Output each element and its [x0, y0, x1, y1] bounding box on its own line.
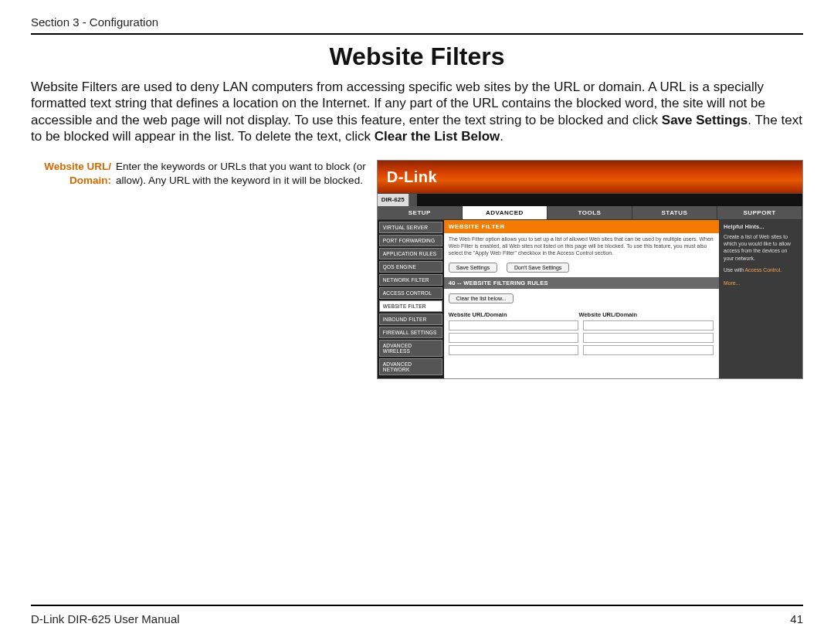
- hints-more-link[interactable]: More...: [724, 280, 798, 286]
- url-input-1a[interactable]: [449, 320, 579, 330]
- tab-tools[interactable]: TOOLS: [548, 206, 632, 220]
- url-input-3b[interactable]: [583, 345, 714, 355]
- col-header-2: Website URL/Domain: [578, 311, 709, 318]
- url-input-2a[interactable]: [449, 333, 579, 343]
- nav-tabs: SETUP ADVANCED TOOLS STATUS SUPPORT: [378, 206, 802, 220]
- filter-row: [449, 320, 714, 330]
- brand-logo: D-Link: [387, 168, 437, 186]
- model-spacer: [409, 194, 417, 206]
- description-column: Website URL/ Domain: Enter the keywords …: [31, 160, 366, 379]
- side-advanced-network[interactable]: ADVANCED NETWORK: [379, 358, 442, 375]
- side-firewall-settings[interactable]: FIREWALL SETTINGS: [379, 327, 442, 338]
- hints-panel: Helpful Hints... Create a list of Web si…: [719, 220, 802, 378]
- page-footer: D-Link DIR-625 User Manual 41: [31, 605, 803, 625]
- tab-support[interactable]: SUPPORT: [717, 206, 802, 220]
- side-menu: VIRTUAL SERVER PORT FORWARDING APPLICATI…: [378, 220, 444, 378]
- rules-subheader: 40 -- WEBSITE FILTERING RULES: [444, 277, 719, 289]
- tab-setup[interactable]: SETUP: [378, 206, 463, 220]
- desc-label: Website URL/ Domain:: [31, 160, 116, 187]
- intro-text-1: Website Filters are used to deny LAN com…: [31, 80, 765, 127]
- intro-text-3: .: [500, 129, 503, 144]
- tab-advanced[interactable]: ADVANCED: [463, 206, 548, 220]
- save-settings-button[interactable]: Save Settings: [449, 263, 497, 273]
- col-header-1: Website URL/Domain: [449, 311, 579, 318]
- intro-bold-1: Save Settings: [662, 113, 748, 127]
- hints-title: Helpful Hints...: [724, 223, 798, 231]
- hints-text: Create a list of Web sites to which you …: [724, 233, 798, 262]
- side-advanced-wireless[interactable]: ADVANCED WIRELESS: [379, 340, 442, 357]
- hints-access-control-link[interactable]: Access Control: [745, 267, 781, 273]
- router-banner: D-Link: [378, 161, 802, 193]
- hints-usewith: Use with: [724, 267, 745, 273]
- dont-save-button[interactable]: Don't Save Settings: [507, 263, 569, 273]
- side-network-filter[interactable]: NETWORK FILTER: [379, 274, 442, 286]
- footer-page-number: 41: [790, 612, 803, 625]
- url-input-2b[interactable]: [583, 333, 714, 343]
- clear-list-button[interactable]: Clear the list below...: [449, 293, 514, 303]
- side-access-control[interactable]: ACCESS CONTROL: [379, 287, 442, 299]
- tab-status[interactable]: STATUS: [632, 206, 717, 220]
- page-title: Website Filters: [31, 42, 803, 71]
- grid-header-row: Website URL/Domain Website URL/Domain: [449, 311, 714, 318]
- side-qos-engine[interactable]: QOS ENGINE: [379, 261, 442, 273]
- filter-row: [449, 333, 714, 343]
- side-virtual-server[interactable]: VIRTUAL SERVER: [379, 222, 442, 233]
- period: .: [780, 267, 781, 273]
- section-header: Section 3 - Configuration: [31, 15, 803, 35]
- side-website-filter[interactable]: WEBSITE FILTER: [379, 300, 442, 312]
- url-input-3a[interactable]: [449, 345, 579, 355]
- panel-text: The Web Filter option allows you to set …: [444, 233, 719, 261]
- center-panel: WEBSITE FILTER The Web Filter option all…: [444, 220, 719, 378]
- side-port-forwarding[interactable]: PORT FORWARDING: [379, 235, 442, 246]
- side-inbound-filter[interactable]: INBOUND FILTER: [379, 314, 442, 325]
- intro-paragraph: Website Filters are used to deny LAN com…: [31, 79, 803, 144]
- desc-body: Enter the keywords or URLs that you want…: [116, 160, 366, 187]
- side-application-rules[interactable]: APPLICATION RULES: [379, 248, 442, 259]
- filter-row: [449, 345, 714, 355]
- model-row: DIR-625: [378, 193, 802, 206]
- model-label: DIR-625: [378, 194, 409, 206]
- panel-title: WEBSITE FILTER: [444, 220, 719, 233]
- footer-left: D-Link DIR-625 User Manual: [31, 612, 180, 625]
- router-screenshot: D-Link DIR-625 SETUP ADVANCED TOOLS STAT…: [377, 160, 803, 379]
- url-input-1b[interactable]: [583, 320, 714, 330]
- intro-bold-2: Clear the List Below: [375, 129, 500, 144]
